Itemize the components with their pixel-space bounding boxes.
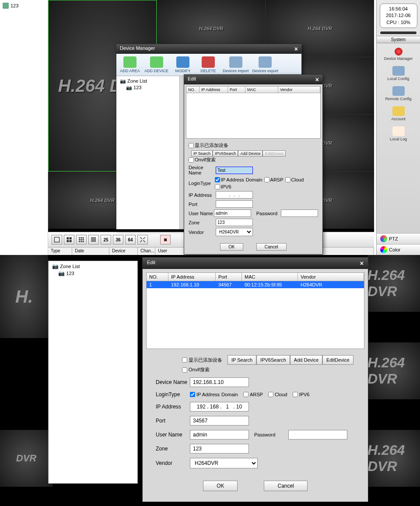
vendor-select[interactable]: H264DVR — [190, 458, 258, 468]
user-input[interactable] — [214, 209, 251, 217]
cancel-button[interactable]: Cancel — [256, 243, 287, 251]
col-no[interactable]: NO. — [186, 87, 200, 93]
tree-label: 123 — [10, 3, 18, 8]
zone-node[interactable]: 📷 123 — [118, 84, 178, 91]
layout-16-button[interactable] — [88, 235, 99, 244]
password-input[interactable] — [281, 209, 318, 217]
port-input[interactable] — [190, 416, 249, 426]
layout-25-button[interactable]: 25 — [101, 235, 111, 244]
zone-node[interactable]: 📷 123 — [50, 270, 136, 277]
show-added-checkbox[interactable]: 显示已添加设备 — [189, 142, 228, 149]
col-vendor[interactable]: Vendor — [278, 87, 320, 93]
show-added-checkbox[interactable]: 显示已添加设备 — [182, 357, 222, 363]
log-col-channel[interactable]: Chan... — [138, 248, 155, 255]
device-name-input[interactable] — [190, 377, 249, 387]
cancel-button[interactable]: Cancel — [264, 481, 307, 491]
ip-search-button[interactable]: IP Search — [191, 150, 213, 157]
add-area-button[interactable]: ADD AREA — [119, 56, 141, 73]
ok-button[interactable]: OK — [220, 243, 243, 251]
left-tree-panel: 123 — [0, 0, 48, 255]
sidebar-local-config[interactable]: Local Config — [377, 63, 420, 84]
layout-4-button[interactable] — [64, 235, 74, 244]
sidebar-color[interactable]: Color — [377, 244, 420, 255]
col-mac[interactable]: MAC — [245, 87, 278, 93]
login-ipv6-checkbox[interactable]: IPV6 — [293, 392, 310, 397]
ip-input[interactable] — [190, 402, 249, 412]
zone-list-node[interactable]: 📷 Zone List — [50, 263, 136, 270]
login-cloud-checkbox[interactable]: Cloud — [285, 177, 304, 182]
col-no[interactable]: NO. — [147, 273, 168, 281]
zone-input[interactable] — [216, 219, 253, 226]
remote-icon — [392, 86, 405, 96]
import-button[interactable]: Devices import — [223, 56, 249, 73]
fullscreen-button[interactable] — [137, 235, 148, 244]
login-cloud-checkbox[interactable]: Cloud — [268, 392, 287, 397]
log-col-date[interactable]: Date — [72, 248, 109, 255]
onvif-checkbox[interactable]: Onvif搜索 — [189, 157, 216, 163]
ip-search-button[interactable]: IP Search — [228, 355, 256, 365]
password-input[interactable] — [288, 430, 347, 440]
sidebar-local-log[interactable]: Local Log — [377, 124, 420, 144]
user-input[interactable] — [190, 430, 249, 440]
device-name-input[interactable] — [216, 167, 253, 174]
svg-rect-26 — [91, 241, 92, 242]
ipv6-search-button[interactable]: IPV6Search — [256, 355, 290, 365]
login-arsp-checkbox[interactable]: ARSP — [264, 177, 284, 182]
layout-64-button[interactable]: 64 — [125, 235, 136, 244]
svg-rect-17 — [95, 237, 96, 238]
add-device-button[interactable]: Add Device — [290, 355, 322, 365]
ip-input[interactable] — [216, 191, 253, 199]
edit-device-button[interactable]: EditDevice — [322, 355, 354, 365]
devmgr-titlebar[interactable]: Device Manager × — [116, 44, 301, 54]
password-label: Password — [256, 211, 277, 216]
col-mac[interactable]: MAC — [242, 273, 298, 281]
login-domain-checkbox[interactable]: Domain — [246, 177, 262, 182]
onvif-checkbox[interactable]: Onvif搜索 — [182, 366, 210, 373]
table-row[interactable]: 1 192.168.1.10 34567 00:12:15:2b:5f:85 H… — [147, 281, 364, 288]
sidebar-ptz[interactable]: PTZ — [377, 233, 420, 244]
edit-device-button[interactable]: EditDevice — [262, 150, 286, 157]
sidebar-device-manager[interactable]: Device Manager — [377, 45, 420, 63]
delete-button[interactable]: DELETE — [197, 56, 219, 73]
port-input[interactable] — [216, 200, 253, 208]
close-icon[interactable]: × — [315, 76, 319, 83]
login-arsp-checkbox[interactable]: ARSP — [243, 392, 263, 397]
zone-input[interactable] — [190, 444, 249, 454]
login-ip-checkbox[interactable]: IP Address — [190, 392, 220, 397]
sidebar-remote-config[interactable]: Remote Config — [377, 84, 420, 104]
ok-button[interactable]: OK — [203, 481, 238, 491]
add-device-button[interactable]: ADD DEVICE — [144, 56, 168, 73]
zone-list-node[interactable]: 📷 Zone List — [118, 78, 178, 84]
layout-1-button[interactable] — [52, 235, 62, 244]
layout-36-button[interactable]: 36 — [113, 235, 123, 244]
add-device-button[interactable]: Add Device — [238, 150, 262, 157]
edit-titlebar[interactable]: Edit × — [184, 75, 322, 84]
col-vendor[interactable]: Vendor — [298, 273, 364, 281]
col-port[interactable]: Port — [216, 273, 242, 281]
close-icon[interactable]: × — [360, 260, 364, 267]
devmgr-toolbar: ADD AREA ADD DEVICE MODIFY DELETE Device… — [116, 54, 301, 76]
vendor-select[interactable]: H264DVR — [216, 228, 253, 236]
svg-rect-3 — [66, 240, 69, 242]
close-icon[interactable]: × — [294, 45, 298, 52]
col-port[interactable]: Port — [228, 87, 245, 93]
log-col-device[interactable]: Device — [109, 248, 138, 255]
login-domain-checkbox[interactable]: Domain — [221, 392, 238, 397]
svg-rect-25 — [95, 240, 96, 241]
login-ipv6-checkbox[interactable]: IPV6 — [215, 184, 231, 189]
layout-9-button[interactable] — [76, 235, 87, 244]
modify-button[interactable]: MODIFY — [172, 56, 194, 73]
export-button[interactable]: Devices export — [252, 56, 279, 73]
col-ip[interactable]: IP Address — [200, 87, 228, 93]
user-label: User Name — [156, 432, 190, 438]
svg-rect-12 — [81, 241, 82, 242]
col-ip[interactable]: IP Address — [168, 273, 216, 281]
disconnect-button[interactable]: ✖ — [160, 235, 171, 244]
edit-titlebar[interactable]: Edit × — [143, 258, 368, 269]
log-col-type[interactable]: Type — [48, 248, 72, 255]
import-icon — [229, 56, 242, 68]
login-ip-checkbox[interactable]: IP Address — [215, 177, 244, 182]
ipv6-search-button[interactable]: IPV6Search — [213, 150, 238, 157]
tree-node[interactable]: 123 — [2, 2, 46, 10]
sidebar-account[interactable]: Account — [377, 104, 420, 124]
